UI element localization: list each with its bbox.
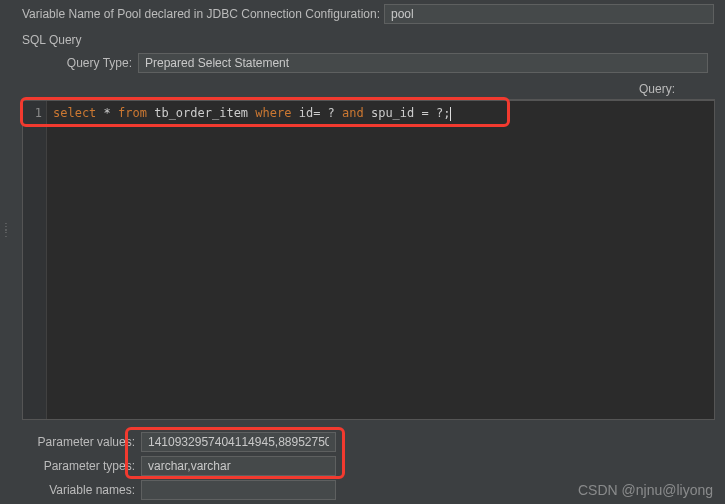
var-pool-row: Variable Name of Pool declared in JDBC C… bbox=[0, 0, 725, 28]
query-type-label: Query Type: bbox=[60, 56, 132, 70]
tok-cond2: spu_id = ?; bbox=[364, 106, 451, 120]
param-values-row: Parameter values: bbox=[0, 430, 725, 454]
drag-handle-icon[interactable]: ⋮⋮ bbox=[1, 225, 7, 249]
tok-cond1: id= ? bbox=[291, 106, 342, 120]
kw-select: select bbox=[53, 106, 96, 120]
kw-from: from bbox=[118, 106, 147, 120]
param-values-label: Parameter values: bbox=[0, 435, 135, 449]
line-number: 1 bbox=[23, 105, 46, 121]
param-types-input[interactable] bbox=[141, 456, 336, 476]
kw-where: where bbox=[255, 106, 291, 120]
editor-gutter: 1 bbox=[23, 101, 47, 419]
tok-tbl: tb_order_item bbox=[147, 106, 255, 120]
watermark: CSDN @njnu@liyong bbox=[578, 482, 713, 498]
tok-star: * bbox=[96, 106, 118, 120]
var-pool-input[interactable] bbox=[384, 4, 714, 24]
tab-query[interactable]: Query: bbox=[639, 82, 675, 96]
var-names-label: Variable names: bbox=[0, 483, 135, 497]
param-values-input[interactable] bbox=[141, 432, 336, 452]
sql-editor[interactable]: 1 select * from tb_order_item where id= … bbox=[22, 100, 715, 420]
var-names-input[interactable] bbox=[141, 480, 336, 500]
text-caret-icon bbox=[450, 107, 451, 121]
var-pool-label: Variable Name of Pool declared in JDBC C… bbox=[22, 7, 384, 21]
sql-query-section-label: SQL Query bbox=[0, 31, 725, 51]
param-types-row: Parameter types: bbox=[0, 454, 725, 478]
query-type-row: Query Type: Prepared Select Statement bbox=[0, 51, 725, 79]
kw-and: and bbox=[342, 106, 364, 120]
editor-code[interactable]: select * from tb_order_item where id= ? … bbox=[47, 101, 714, 419]
param-types-label: Parameter types: bbox=[0, 459, 135, 473]
editor-tab-bar: Query: bbox=[22, 82, 715, 100]
query-type-select[interactable]: Prepared Select Statement bbox=[138, 53, 708, 73]
